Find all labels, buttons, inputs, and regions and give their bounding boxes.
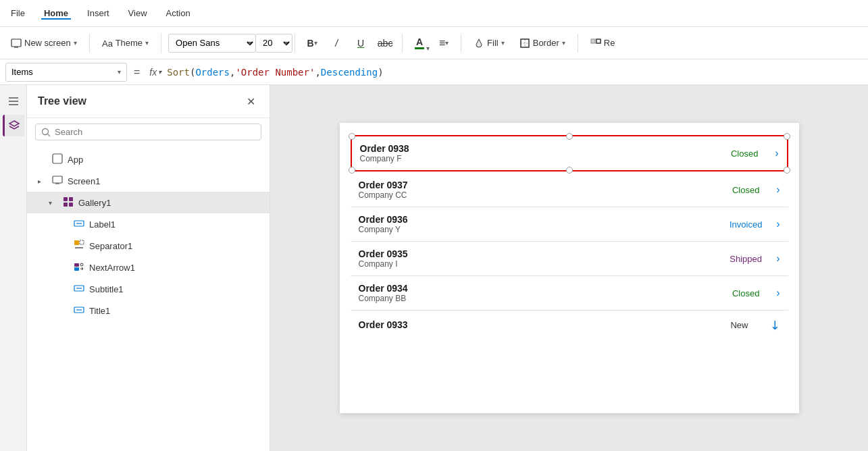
svg-rect-20 xyxy=(69,203,73,207)
nextarrow-icon xyxy=(73,261,85,274)
row-status-4: Closed xyxy=(715,288,776,298)
svg-marker-11 xyxy=(9,121,19,126)
row-order-1: Order 0937 xyxy=(359,180,716,190)
layers-button[interactable] xyxy=(3,115,24,136)
tree-item-screen1[interactable]: ▸ Screen1 xyxy=(27,170,270,192)
reorder-button[interactable]: Re xyxy=(585,35,621,51)
row-info-5: Order 0933 xyxy=(359,319,709,330)
row-arrow-1: › xyxy=(776,184,780,196)
theme-button[interactable]: Aa Theme ▾ xyxy=(97,35,154,51)
canvas-frame: Order 0938 Company F Closed › Order 0937… xyxy=(340,123,799,413)
label-icon xyxy=(73,218,85,231)
svg-text:Aa: Aa xyxy=(102,38,113,49)
border-icon xyxy=(519,38,530,49)
gallery-row-2[interactable]: Order 0936 Company Y Invoiced › xyxy=(351,207,788,242)
row-order-0: Order 0938 xyxy=(360,143,715,154)
bold-button[interactable]: B ▾ xyxy=(302,34,322,53)
row-company-2: Company Y xyxy=(359,225,716,234)
font-select[interactable]: Open Sans xyxy=(168,34,256,53)
tree-item-separator1[interactable]: Separator1 xyxy=(27,235,270,257)
tree-label-title1: Title1 xyxy=(89,306,110,316)
tree-label-label1: Label1 xyxy=(89,219,116,230)
toolbar: New screen ▾ Aa Theme ▾ Open Sans ▾ 20 ▾… xyxy=(0,27,868,59)
menu-insert[interactable]: Insert xyxy=(84,7,112,20)
row-status-0: Closed xyxy=(714,149,775,159)
search-icon xyxy=(41,128,51,137)
svg-rect-7 xyxy=(596,39,601,43)
tree-item-subtitle1[interactable]: Subtitle1 xyxy=(27,278,270,300)
row-company-1: Company CC xyxy=(359,190,716,200)
strikethrough-button[interactable]: abc xyxy=(375,34,395,53)
fill-button[interactable]: Fill ▾ xyxy=(468,35,510,51)
app-icon xyxy=(51,153,63,166)
tree-item-nextarrow1[interactable]: NextArrow1 xyxy=(27,257,270,278)
svg-rect-6 xyxy=(591,39,595,43)
align-button[interactable]: ≡ ▾ xyxy=(434,34,454,53)
tree-item-label1[interactable]: Label1 xyxy=(27,213,270,235)
tree-item-gallery1[interactable]: ▾ Gallery1 xyxy=(27,192,270,213)
handle-tr[interactable] xyxy=(784,133,790,140)
row-info-4: Order 0934 Company BB xyxy=(359,283,716,303)
menu-home[interactable]: Home xyxy=(41,7,71,20)
new-screen-icon xyxy=(11,38,22,49)
font-size-select[interactable]: 20 xyxy=(255,34,292,53)
svg-rect-24 xyxy=(80,240,84,244)
tree-items: App ▸ Screen1 ▾ xyxy=(27,146,270,451)
border-button[interactable]: Border ▾ xyxy=(514,35,571,51)
svg-rect-0 xyxy=(11,39,21,47)
hamburger-button[interactable] xyxy=(3,90,24,112)
search-input[interactable] xyxy=(55,127,255,137)
svg-rect-18 xyxy=(69,197,73,201)
row-order-3: Order 0935 xyxy=(359,248,716,259)
row-info-0: Order 0938 Company F xyxy=(360,143,715,163)
italic-button[interactable]: / xyxy=(326,34,347,53)
gallery-icon xyxy=(62,196,74,209)
new-screen-button[interactable]: New screen ▾ xyxy=(5,35,82,51)
row-info-1: Order 0937 Company CC xyxy=(359,180,716,200)
tree-item-title1[interactable]: Title1 xyxy=(27,300,270,321)
gallery-row-0[interactable]: Order 0938 Company F Closed › xyxy=(351,135,788,171)
gallery-row-4[interactable]: Order 0934 Company BB Closed › xyxy=(351,276,788,311)
row-order-5: Order 0933 xyxy=(359,319,709,330)
svg-point-12 xyxy=(43,128,49,134)
row-company-0: Company F xyxy=(360,154,715,163)
handle-tc[interactable] xyxy=(566,133,573,140)
font-color-indicator xyxy=(415,47,424,49)
svg-rect-19 xyxy=(63,203,68,207)
formula-input-area[interactable]: Sort( Orders, 'Order Number', Descending… xyxy=(167,67,863,78)
divider-4 xyxy=(402,34,403,53)
font-color-button[interactable]: A ▾ xyxy=(409,32,430,55)
menu-action[interactable]: Action xyxy=(163,7,193,20)
row-info-3: Order 0935 Company I xyxy=(359,248,716,269)
underline-button[interactable]: U xyxy=(351,34,371,53)
svg-rect-27 xyxy=(74,267,79,271)
gallery-row-5[interactable]: Order 0933 New ↘ xyxy=(351,311,788,339)
separator-icon xyxy=(73,240,85,253)
formula-orders: Orders xyxy=(195,67,230,78)
divider-2 xyxy=(161,34,161,53)
svg-rect-14 xyxy=(53,154,62,163)
fx-button[interactable]: fx ▾ xyxy=(147,67,164,78)
property-selector[interactable]: Items ▾ xyxy=(5,63,127,82)
divider-3 xyxy=(295,34,295,53)
menu-file[interactable]: File xyxy=(8,7,28,20)
divider-5 xyxy=(461,34,461,53)
property-chevron: ▾ xyxy=(118,68,121,76)
formula-ordernum: 'Order Number' xyxy=(235,67,315,78)
tree-item-app[interactable]: App xyxy=(27,149,270,170)
row-info-2: Order 0936 Company Y xyxy=(359,214,716,234)
tree-header: Tree view ✕ xyxy=(27,85,270,118)
row-arrow-0: › xyxy=(775,147,778,159)
tree-close-button[interactable]: ✕ xyxy=(242,93,259,109)
row-arrow-2: › xyxy=(776,218,780,230)
tree-label-subtitle1: Subtitle1 xyxy=(89,284,124,294)
menu-view[interactable]: View xyxy=(126,7,150,20)
formula-desc: Descending xyxy=(321,67,378,78)
divider-1 xyxy=(89,34,90,53)
handle-tl[interactable] xyxy=(349,133,355,140)
tree-title: Tree view xyxy=(38,95,86,107)
tree-search-box[interactable] xyxy=(35,124,261,140)
gallery-row-1[interactable]: Order 0937 Company CC Closed › xyxy=(351,173,788,207)
gallery-row-3[interactable]: Order 0935 Company I Shipped › xyxy=(351,242,788,276)
left-sidebar xyxy=(0,85,27,451)
